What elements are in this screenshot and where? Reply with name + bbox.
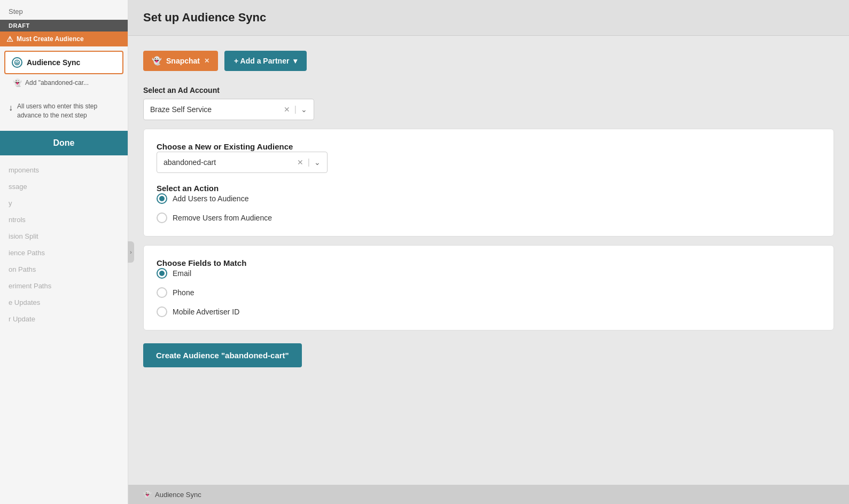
bottom-snapchat-icon: 👻 (143, 491, 152, 499)
fields-email-option[interactable]: Email (157, 268, 821, 279)
action-add-users-label: Add Users to Audience (173, 194, 248, 203)
snapchat-label: Snapchat (166, 57, 200, 65)
page-title: Set up Audience Sync (143, 11, 266, 24)
audience-select-value: abandoned-cart (163, 158, 293, 167)
audience-sync-label: Audience Sync (27, 58, 80, 67)
add-partner-button[interactable]: + Add a Partner ▾ (224, 51, 307, 71)
bottom-bar: 👻 Audience Sync (128, 485, 849, 504)
ad-account-chevron-icon[interactable]: ⌄ (301, 105, 307, 114)
sidebar-nav-y[interactable]: y (9, 199, 119, 207)
sidebar-audience-sync-item[interactable]: Audience Sync (4, 51, 123, 74)
fields-email-radio-dot (159, 271, 165, 276)
audience-section-title: Choose a New or Existing Audience (157, 142, 293, 151)
snapchat-remove-icon[interactable]: ✕ (204, 57, 209, 65)
sidebar-advance-info: ↓ All users who enter this step advance … (0, 96, 128, 127)
sidebar-alert[interactable]: ⚠ Must Create Audience (0, 32, 128, 46)
ad-account-clear-icon[interactable]: ✕ (284, 105, 290, 114)
fields-phone-radio[interactable] (157, 287, 167, 298)
sidebar-collapse-handle[interactable]: › (128, 241, 134, 263)
sidebar-alert-label: Must Create Audience (17, 35, 84, 43)
ad-account-section: Select an Ad Account Braze Self Service … (143, 86, 834, 120)
sidebar-nav: mponents ssage y ntrols ision Split ienc… (0, 155, 128, 334)
action-add-users-option[interactable]: Add Users to Audience (157, 193, 821, 204)
sidebar-step-label: Step (0, 0, 128, 20)
sidebar-nav-updates[interactable]: e Updates (9, 298, 119, 306)
sidebar-nav-update[interactable]: r Update (9, 315, 119, 323)
audience-select-field[interactable]: abandoned-cart ✕ | ⌄ (157, 152, 328, 173)
ad-account-value: Braze Self Service (150, 105, 279, 114)
create-audience-button[interactable]: Create Audience "abandoned-cart" (143, 343, 302, 367)
fields-email-radio[interactable] (157, 268, 167, 279)
snapchat-ghost-icon: 👻 (152, 56, 162, 66)
sidebar-nav-message[interactable]: ssage (9, 183, 119, 191)
sidebar-nav-audience-paths[interactable]: ience Paths (9, 249, 119, 257)
sidebar-nav-components[interactable]: mponents (9, 166, 119, 174)
action-remove-users-label: Remove Users from Audience (173, 214, 272, 222)
partner-buttons-row: 👻 Snapchat ✕ + Add a Partner ▾ (143, 51, 834, 71)
bottom-bar-label: Audience Sync (155, 491, 201, 499)
done-button[interactable]: Done (0, 131, 128, 155)
add-partner-chevron-icon: ▾ (293, 57, 297, 65)
action-add-users-radio[interactable] (157, 193, 167, 204)
snapchat-partner-button[interactable]: 👻 Snapchat ✕ (143, 51, 218, 71)
fields-phone-option[interactable]: Phone (157, 287, 821, 298)
fields-section-title: Choose Fields to Match (157, 258, 246, 267)
action-section-title: Select an Action (157, 184, 219, 193)
action-remove-users-radio[interactable] (157, 212, 167, 223)
audience-chevron-icon[interactable]: ⌄ (314, 158, 321, 167)
fields-mobile-advertiser-radio[interactable] (157, 306, 167, 317)
ad-account-divider: | (294, 105, 297, 114)
action-add-users-radio-dot (159, 196, 165, 201)
fields-mobile-advertiser-label: Mobile Advertiser ID (173, 308, 239, 316)
sidebar-advance-text: All users who enter this step advance to… (17, 102, 119, 120)
sidebar: Step DRAFT ⚠ Must Create Audience Audien… (0, 0, 128, 504)
audience-select-section: Choose a New or Existing Audience abando… (157, 142, 821, 173)
audience-clear-icon[interactable]: ✕ (297, 158, 303, 167)
fields-phone-label: Phone (173, 288, 194, 297)
snapchat-small-icon: 👻 (13, 78, 22, 87)
sidebar-sub-item[interactable]: 👻 Add "abandoned-car... (4, 74, 123, 91)
alert-icon: ⚠ (6, 35, 13, 43)
fields-mobile-advertiser-option[interactable]: Mobile Advertiser ID (157, 306, 821, 317)
audience-action-card: Choose a New or Existing Audience abando… (143, 129, 834, 237)
action-remove-users-option[interactable]: Remove Users from Audience (157, 212, 821, 223)
down-arrow-icon: ↓ (9, 103, 13, 113)
fields-email-label: Email (173, 269, 191, 278)
sidebar-draft-badge: DRAFT (0, 20, 128, 32)
fields-radio-group: Email Phone Mobile Advertiser ID (157, 268, 821, 317)
action-radio-group: Add Users to Audience Remove Users from … (157, 193, 821, 223)
audience-divider: | (308, 158, 310, 167)
audience-sync-icon (12, 57, 22, 68)
main-content-area: Set up Audience Sync 👻 Snapchat ✕ + Add … (128, 0, 849, 504)
main-header: Set up Audience Sync (128, 0, 849, 36)
sidebar-sub-item-label: Add "abandoned-car... (25, 79, 89, 86)
fields-match-card: Choose Fields to Match Email Phone Mobil… (143, 245, 834, 330)
add-partner-label: + Add a Partner (234, 57, 289, 65)
ad-account-select[interactable]: Braze Self Service ✕ | ⌄ (143, 99, 314, 120)
sidebar-nav-decision-split[interactable]: ision Split (9, 232, 119, 240)
ad-account-label: Select an Ad Account (143, 86, 834, 94)
sidebar-nav-experiment-paths[interactable]: eriment Paths (9, 282, 119, 290)
sidebar-nav-on-paths[interactable]: on Paths (9, 265, 119, 273)
sidebar-nav-controls[interactable]: ntrols (9, 216, 119, 224)
main-form: 👻 Snapchat ✕ + Add a Partner ▾ Select an… (128, 36, 849, 382)
action-section: Select an Action Add Users to Audience R… (157, 184, 821, 223)
